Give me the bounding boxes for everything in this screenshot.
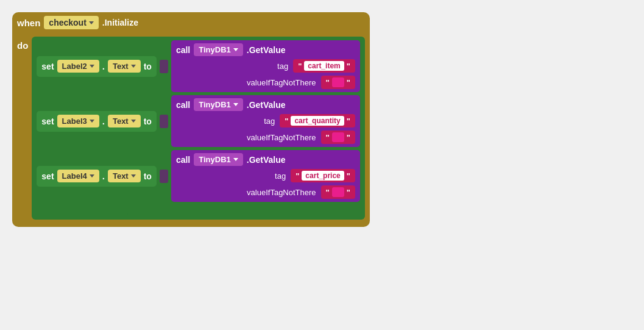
- empty-val-2: [332, 132, 344, 142]
- tag-label-2: tag: [264, 117, 275, 126]
- dot-3: .: [102, 171, 105, 181]
- when-header: when checkout .Initialize: [17, 16, 365, 29]
- set-row-2: set Label3 . Text to: [37, 95, 360, 147]
- call-label-3: call: [176, 155, 190, 165]
- empty-value-block-2: " ": [321, 131, 355, 144]
- connector-1: [160, 60, 168, 73]
- text-dropdown-1[interactable]: Text: [108, 60, 141, 73]
- open-quote-empty-3: ": [326, 188, 330, 197]
- green-block: set Label2 . Text to: [32, 37, 365, 220]
- dropdown-arrow-tinydb-1: [233, 48, 238, 51]
- getvalue-label-1: .GetValue: [247, 45, 286, 55]
- close-quote-empty-2: ": [347, 133, 350, 142]
- close-quote-empty-3: ": [347, 188, 350, 197]
- call-header-1: call TinyDB1 .GetValue: [176, 43, 355, 56]
- call-block-1: call TinyDB1 .GetValue tag " cart_it: [171, 40, 360, 92]
- empty-value-block-1: " ": [321, 76, 355, 89]
- getvalue-label-2: .GetValue: [247, 100, 286, 110]
- text-value-3: Text: [113, 171, 129, 181]
- set-label-3: set: [41, 171, 54, 181]
- open-quote-1: ": [298, 62, 302, 71]
- empty-val-3: [332, 187, 344, 197]
- tinydb1-dropdown-2[interactable]: TinyDB1: [194, 98, 243, 111]
- valueifnot-row-3: valueIfTagNotThere " ": [176, 185, 355, 199]
- call-header-3: call TinyDB1 .GetValue: [176, 153, 355, 166]
- label4-value: Label4: [62, 171, 87, 181]
- label3-value: Label3: [62, 117, 87, 126]
- dot-2: .: [102, 116, 105, 126]
- text-value-2: Text: [113, 117, 129, 126]
- empty-val-1: [332, 77, 344, 87]
- text-dropdown-2[interactable]: Text: [108, 115, 141, 127]
- tinydb1-label-1: TinyDB1: [199, 45, 231, 54]
- tinydb1-dropdown-1[interactable]: TinyDB1: [194, 43, 243, 56]
- valueifnot-label-2: valueIfTagNotThere: [247, 133, 316, 142]
- open-quote-empty-1: ": [326, 78, 330, 87]
- cart-item-value: cart_item: [304, 61, 344, 71]
- call-block-3: call TinyDB1 .GetValue tag " cart_pr: [171, 150, 360, 202]
- label3-dropdown[interactable]: Label3: [57, 115, 99, 127]
- close-quote-1: ": [347, 62, 350, 71]
- valueifnot-label-1: valueIfTagNotThere: [247, 78, 316, 87]
- dropdown-arrow-icon-3: [131, 65, 136, 68]
- label4-dropdown[interactable]: Label4: [57, 170, 99, 182]
- call-header-2: call TinyDB1 .GetValue: [176, 98, 355, 111]
- dropdown-arrow-icon: [89, 21, 94, 24]
- text-value-1: Text: [113, 62, 129, 71]
- label2-dropdown[interactable]: Label2: [57, 60, 99, 73]
- dropdown-arrow-tinydb-2: [233, 103, 238, 106]
- dropdown-arrow-icon-2: [90, 65, 94, 68]
- set-section-2: set Label3 . Text to: [37, 111, 157, 132]
- valueifnot-row-2: valueIfTagNotThere " ": [176, 131, 355, 144]
- checkout-label: checkout: [49, 18, 86, 27]
- getvalue-label-3: .GetValue: [247, 155, 286, 165]
- open-quote-2: ": [285, 117, 288, 126]
- set-label-1: set: [41, 62, 54, 71]
- cart-quantity-value: cart_quantity: [291, 116, 344, 126]
- set-row-1: set Label2 . Text to: [37, 40, 360, 92]
- close-quote-empty-1: ": [347, 78, 350, 87]
- cart-price-value: cart_price: [302, 171, 344, 181]
- set-section-3: set Label4 . Text to: [37, 166, 157, 187]
- tag-row-1: tag " cart_item ": [176, 59, 355, 73]
- bottom-notch: [55, 205, 128, 216]
- tag-label-1: tag: [277, 62, 288, 71]
- do-section: do set Label2 . Text: [17, 34, 365, 220]
- tag-row-2: tag " cart_quantity ": [176, 114, 355, 127]
- open-quote-empty-2: ": [326, 133, 330, 142]
- text-dropdown-3[interactable]: Text: [108, 170, 141, 182]
- valueifnot-row-1: valueIfTagNotThere " ": [176, 76, 355, 89]
- connector-3: [160, 170, 168, 183]
- dropdown-arrow-icon-5: [131, 120, 136, 123]
- dropdown-arrow-icon-6: [90, 174, 94, 178]
- when-label: when: [17, 18, 40, 28]
- tag-value-block-1: " cart_item ": [293, 59, 355, 73]
- tinydb1-dropdown-3[interactable]: TinyDB1: [194, 153, 243, 166]
- dot-1: .: [102, 61, 105, 71]
- checkout-dropdown[interactable]: checkout: [44, 16, 98, 29]
- tag-row-3: tag " cart_price ": [176, 169, 355, 182]
- set-section-1: set Label2 . Text to: [37, 56, 157, 77]
- tag-value-block-3: " cart_price ": [291, 169, 355, 182]
- to-label-1: to: [144, 62, 152, 71]
- close-quote-2: ": [347, 117, 350, 126]
- open-quote-3: ": [295, 171, 299, 181]
- initialize-label: .Initialize: [102, 18, 138, 27]
- tinydb1-label-3: TinyDB1: [199, 155, 231, 164]
- set-row-3: set Label4 . Text to: [37, 150, 360, 202]
- call-label-1: call: [176, 45, 190, 55]
- to-label-3: to: [144, 171, 152, 181]
- call-label-2: call: [176, 100, 190, 110]
- dropdown-arrow-icon-4: [90, 120, 94, 123]
- call-block-2: call TinyDB1 .GetValue tag " cart_qu: [171, 95, 360, 147]
- main-block: when checkout .Initialize do set Label2: [12, 12, 370, 227]
- valueifnot-label-3: valueIfTagNotThere: [247, 188, 316, 197]
- do-label: do: [17, 34, 28, 51]
- dropdown-arrow-icon-7: [131, 174, 136, 178]
- close-quote-3: ": [347, 171, 350, 181]
- dropdown-arrow-tinydb-3: [233, 158, 238, 161]
- when-block: when checkout .Initialize do set Label2: [12, 12, 370, 227]
- to-label-2: to: [144, 117, 152, 126]
- tag-label-3: tag: [275, 171, 286, 181]
- tag-value-block-2: " cart_quantity ": [280, 114, 355, 127]
